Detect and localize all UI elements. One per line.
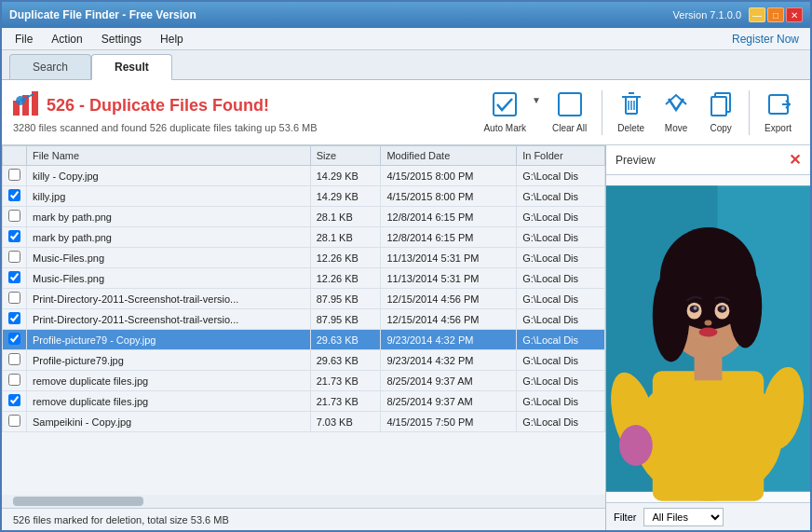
delete-button[interactable]: Delete xyxy=(610,88,652,137)
row-size: 28.1 KB xyxy=(310,227,381,248)
table-row[interactable]: remove duplicate files.jpg21.73 KB8/25/2… xyxy=(3,371,605,391)
row-size: 29.63 KB xyxy=(310,330,381,350)
svg-point-35 xyxy=(705,321,712,326)
header-folder[interactable]: In Folder xyxy=(517,146,605,166)
row-checkbox[interactable] xyxy=(8,394,20,406)
row-checkbox[interactable] xyxy=(8,353,20,365)
preview-panel: Preview ✕ xyxy=(605,145,810,530)
auto-mark-group: Auto Mark ▼ xyxy=(476,88,540,137)
auto-mark-dropdown[interactable]: ▼ xyxy=(532,95,541,105)
horizontal-scrollbar[interactable] xyxy=(2,495,605,508)
row-checkbox-cell xyxy=(3,309,27,330)
row-checkbox[interactable] xyxy=(8,292,20,304)
tab-search[interactable]: Search xyxy=(9,54,91,79)
export-icon xyxy=(765,91,792,121)
table-row[interactable]: mark by path.png28.1 KB12/8/2014 6:15 PM… xyxy=(3,227,605,248)
export-label: Export xyxy=(765,123,792,133)
row-date: 11/13/2014 5:31 PM xyxy=(381,248,517,268)
table-row[interactable]: Print-Directory-2011-Screenshot-trail-ve… xyxy=(3,309,605,330)
row-date: 11/13/2014 5:31 PM xyxy=(381,268,517,289)
table-row[interactable]: Music-Files.png12.26 KB11/13/2014 5:31 P… xyxy=(3,268,605,289)
row-checkbox-cell xyxy=(3,166,27,186)
maximize-button[interactable]: □ xyxy=(767,7,784,22)
preview-close-button[interactable]: ✕ xyxy=(789,151,801,169)
table-row[interactable]: mark by path.png28.1 KB12/8/2014 6:15 PM… xyxy=(3,207,605,227)
svg-rect-20 xyxy=(653,371,764,500)
svg-point-27 xyxy=(653,269,690,362)
row-checkbox[interactable] xyxy=(8,251,20,263)
table-row[interactable]: Music-Files.png12.26 KB11/13/2014 5:31 P… xyxy=(3,248,605,268)
table-row[interactable]: killy.jpg14.29 KB4/15/2015 8:00 PMG:\Loc… xyxy=(3,186,605,207)
header-size[interactable]: Size xyxy=(310,146,381,166)
tab-result[interactable]: Result xyxy=(91,54,172,80)
table-row[interactable]: Sampeikini - Copy.jpg7.03 KB4/15/2015 7:… xyxy=(3,412,605,432)
main-content: File Name Size Modified Date In Folder k… xyxy=(2,145,810,530)
row-date: 8/25/2014 9:37 AM xyxy=(381,391,517,412)
row-checkbox[interactable] xyxy=(8,271,20,283)
toolbar-divider-2 xyxy=(749,90,750,135)
menu-file[interactable]: File xyxy=(6,31,42,48)
row-filename: Print-Directory-2011-Screenshot-trail-ve… xyxy=(27,309,311,330)
row-checkbox-cell xyxy=(3,248,27,268)
preview-image xyxy=(606,175,810,502)
preview-label: Preview xyxy=(616,154,656,167)
row-folder: G:\Local Dis xyxy=(517,166,605,186)
row-checkbox-cell xyxy=(3,330,27,350)
clear-all-label: Clear All xyxy=(552,123,587,133)
row-checkbox[interactable] xyxy=(8,333,20,345)
files-table: File Name Size Modified Date In Folder k… xyxy=(2,145,605,432)
row-checkbox[interactable] xyxy=(8,210,20,222)
row-checkbox[interactable] xyxy=(8,312,20,324)
row-date: 12/15/2014 4:56 PM xyxy=(381,289,517,309)
row-date: 9/23/2014 4:32 PM xyxy=(381,350,517,371)
menu-action[interactable]: Action xyxy=(42,31,91,48)
minimize-button[interactable]: — xyxy=(749,7,765,22)
row-date: 4/15/2015 7:50 PM xyxy=(381,412,517,432)
row-folder: G:\Local Dis xyxy=(517,207,605,227)
row-checkbox[interactable] xyxy=(8,230,20,242)
close-button[interactable]: ✕ xyxy=(786,7,803,22)
menu-help[interactable]: Help xyxy=(151,31,193,48)
table-header-row: File Name Size Modified Date In Folder xyxy=(3,146,605,166)
table-row[interactable]: Profile-picture79.jpg29.63 KB9/23/2014 4… xyxy=(3,350,605,371)
table-row[interactable]: remove duplicate files.jpg21.73 KB8/25/2… xyxy=(3,391,605,412)
row-folder: G:\Local Dis xyxy=(517,330,605,350)
row-checkbox-cell xyxy=(3,268,27,289)
header-modified[interactable]: Modified Date xyxy=(381,146,517,166)
table-row[interactable]: killy - Copy.jpg14.29 KB4/15/2015 8:00 P… xyxy=(3,166,605,186)
export-button[interactable]: Export xyxy=(757,88,799,137)
auto-mark-label: Auto Mark xyxy=(483,123,526,133)
row-folder: G:\Local Dis xyxy=(517,248,605,268)
delete-label: Delete xyxy=(617,123,644,133)
row-checkbox[interactable] xyxy=(8,374,20,386)
auto-mark-button[interactable]: Auto Mark xyxy=(476,88,534,137)
row-date: 9/23/2014 4:32 PM xyxy=(381,330,517,350)
table-row[interactable]: Print-Directory-2011-Screenshot-trail-ve… xyxy=(3,289,605,309)
file-table[interactable]: File Name Size Modified Date In Folder k… xyxy=(2,145,605,495)
row-folder: G:\Local Dis xyxy=(517,227,605,248)
row-checkbox[interactable] xyxy=(8,169,20,181)
row-checkbox[interactable] xyxy=(8,415,20,427)
row-folder: G:\Local Dis xyxy=(517,289,605,309)
filter-bar: Filter All FilesImagesDocumentsAudioVide… xyxy=(606,502,810,530)
row-checkbox[interactable] xyxy=(8,189,20,201)
svg-point-36 xyxy=(699,328,718,337)
menu-settings[interactable]: Settings xyxy=(92,31,151,48)
row-date: 4/15/2015 8:00 PM xyxy=(381,166,517,186)
copy-button[interactable]: Copy xyxy=(700,88,741,137)
clear-all-button[interactable]: Clear All xyxy=(545,88,594,137)
window-controls: — □ ✕ xyxy=(749,7,803,22)
register-now-link[interactable]: Register Now xyxy=(732,33,806,46)
scrollbar-thumb[interactable] xyxy=(13,497,143,506)
toolbar-actions: Auto Mark ▼ Clear All xyxy=(476,88,799,137)
row-size: 14.29 KB xyxy=(310,186,381,207)
filter-select[interactable]: All FilesImagesDocumentsAudioVideo xyxy=(643,508,724,526)
row-size: 21.73 KB xyxy=(310,371,381,391)
move-button[interactable]: Move xyxy=(656,88,697,137)
table-row[interactable]: Profile-picture79 - Copy.jpg29.63 KB9/23… xyxy=(3,330,605,350)
row-size: 14.29 KB xyxy=(310,166,381,186)
status-bar: 526 files marked for deletion, total siz… xyxy=(2,508,605,530)
row-folder: G:\Local Dis xyxy=(517,309,605,330)
row-filename: Sampeikini - Copy.jpg xyxy=(27,412,311,432)
header-filename[interactable]: File Name xyxy=(27,146,311,166)
